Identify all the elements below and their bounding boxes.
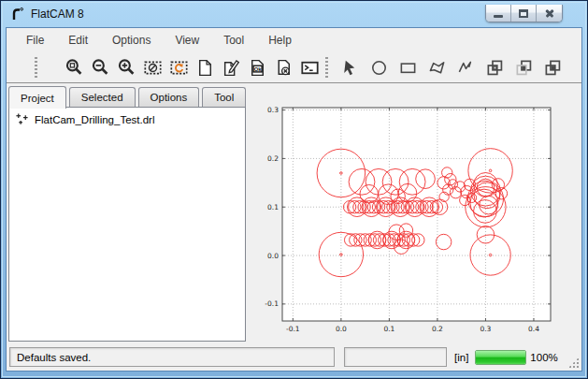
close-button[interactable] — [537, 5, 562, 22]
tab-selected[interactable]: Selected — [69, 87, 136, 108]
menu-edit[interactable]: Edit — [56, 30, 100, 51]
maximize-icon — [519, 9, 528, 18]
draw-circle-icon — [369, 58, 389, 78]
tree-item-label: FlatCam_Drilling_Test.drl — [35, 114, 154, 125]
close-icon — [544, 7, 555, 19]
minimize-button[interactable] — [486, 5, 511, 22]
edit-file-icon — [222, 58, 241, 78]
zoom-out-button[interactable] — [88, 55, 112, 80]
maximize-button[interactable] — [511, 5, 537, 22]
clear-plot-icon — [143, 58, 163, 78]
menu-options[interactable]: Options — [100, 30, 163, 51]
shell-button[interactable] — [297, 55, 322, 80]
ok-file-button[interactable] — [245, 55, 269, 80]
clear-plot-button[interactable] — [140, 55, 165, 80]
tree-item[interactable]: FlatCam_Drilling_Test.drl — [9, 108, 245, 126]
subtract-button[interactable] — [540, 55, 565, 80]
menu-file[interactable]: File — [14, 30, 56, 51]
menu-view[interactable]: View — [163, 30, 211, 51]
toolbar-drag-handle-2[interactable] — [325, 57, 328, 78]
toolbar-drag-handle[interactable] — [35, 57, 37, 78]
delete-file-icon — [274, 58, 294, 78]
draw-polygon-button[interactable] — [424, 55, 449, 80]
svg-text:0.4: 0.4 — [528, 325, 539, 333]
tab-tool[interactable]: Tool — [202, 87, 246, 108]
svg-text:0.0: 0.0 — [267, 252, 279, 260]
zoom-out-icon — [91, 58, 110, 78]
svg-text:0.3: 0.3 — [267, 106, 279, 114]
union-icon — [485, 58, 505, 78]
flatcam-window: Ok — [0, 0, 588, 379]
progress-percent-label: 100% — [530, 352, 557, 363]
project-tree[interactable]: FlatCam_Drilling_Test.drl — [8, 107, 246, 342]
svg-text:0.1: 0.1 — [267, 203, 279, 211]
new-file-button[interactable] — [193, 55, 217, 80]
window-caption-buttons — [485, 5, 563, 22]
status-message-panel: Defaults saved. — [9, 347, 335, 367]
subtract-icon — [543, 58, 563, 78]
ok-file-icon — [248, 58, 267, 78]
zoom-in-icon — [117, 58, 136, 78]
svg-text:0.3: 0.3 — [480, 325, 491, 333]
tab-options[interactable]: Options — [138, 87, 200, 108]
draw-circle-button[interactable] — [366, 55, 391, 80]
drill-object-icon — [15, 112, 29, 126]
progress-bar — [475, 350, 526, 365]
tab-project[interactable]: Project — [8, 86, 66, 109]
toolbar-group-geometry — [337, 55, 565, 80]
select-arrow-icon — [340, 58, 360, 78]
menu-tool[interactable]: Tool — [211, 30, 256, 51]
draw-rectangle-icon — [398, 58, 418, 78]
minimize-icon — [494, 15, 503, 18]
draw-rectangle-button[interactable] — [395, 55, 420, 80]
progress-fill — [476, 351, 525, 364]
svg-text:-0.1: -0.1 — [265, 299, 279, 308]
svg-text:-0.1: -0.1 — [286, 325, 300, 333]
new-file-icon — [195, 58, 215, 78]
window-title: FlatCAM 8 — [31, 7, 84, 21]
status-message: Defaults saved. — [17, 352, 91, 363]
window-content: FileEditOptionsViewToolHelp ProjectSelec… — [6, 27, 582, 372]
draw-polyline-icon — [456, 58, 476, 78]
draw-polygon-icon — [427, 58, 447, 78]
resize-grip[interactable] — [568, 357, 579, 368]
toolbar-group-file — [62, 55, 322, 80]
app-icon — [10, 7, 25, 22]
status-empty-panel — [344, 347, 447, 367]
plot-canvas[interactable]: -0.10.00.10.20.30.4-0.10.00.10.20.3 — [251, 98, 581, 342]
statusbar: Defaults saved. [in] 100% — [7, 343, 581, 371]
intersection-icon — [514, 58, 534, 78]
replot-icon — [169, 58, 189, 78]
replot-button[interactable] — [166, 55, 191, 80]
svg-text:0.1: 0.1 — [383, 325, 394, 333]
toolbar — [7, 52, 581, 83]
menubar: FileEditOptionsViewToolHelp — [7, 28, 581, 52]
shell-icon — [300, 58, 320, 78]
svg-text:0.0: 0.0 — [336, 325, 347, 333]
svg-text:0.2: 0.2 — [432, 325, 443, 333]
zoom-fit-icon — [65, 58, 84, 78]
svg-text:0.2: 0.2 — [267, 154, 279, 163]
zoom-in-button[interactable] — [114, 55, 138, 80]
union-button[interactable] — [482, 55, 507, 80]
intersection-button[interactable] — [511, 55, 536, 80]
units-label: [in] — [454, 352, 468, 363]
plot-svg: -0.10.00.10.20.30.4-0.10.00.10.20.3 — [251, 98, 581, 342]
zoom-fit-button[interactable] — [62, 55, 86, 80]
select-arrow-button[interactable] — [337, 55, 362, 80]
delete-file-button[interactable] — [271, 55, 295, 80]
draw-polyline-button[interactable] — [453, 55, 478, 80]
edit-file-button[interactable] — [219, 55, 243, 80]
menu-help[interactable]: Help — [256, 30, 304, 51]
